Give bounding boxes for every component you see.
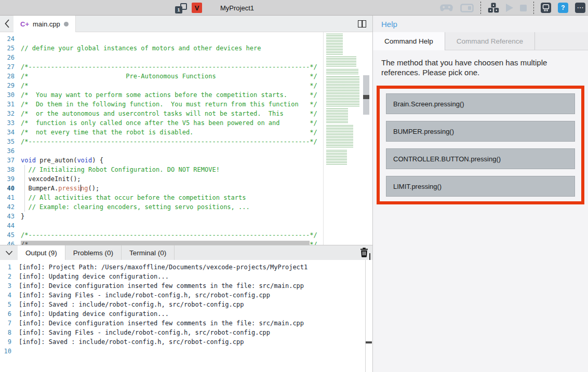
console-line-number: 5 [0, 300, 11, 309]
code-line: 35/*------------------------------------… [0, 137, 317, 146]
split-editor-icon[interactable] [358, 20, 366, 27]
output-tabbar: Output (9)Problems (0)Terminal (0) [0, 245, 372, 260]
stop-icon[interactable] [520, 5, 527, 11]
console-line: 1[info]: Project Path: /Users/maxoffline… [0, 263, 372, 272]
slot-number: 1 [175, 6, 182, 13]
run-icon[interactable] [506, 4, 513, 12]
method-option-button[interactable]: CONTROLLER.BUTTON.pressing() [386, 148, 575, 169]
code-line: 43} [0, 212, 317, 221]
console-scrollbar[interactable] [365, 260, 372, 372]
slot-indicator[interactable]: 1 [175, 3, 187, 14]
cpp-file-icon: C+ [20, 20, 29, 28]
console-line: 5[info]: Saved : include/robot-config.h,… [0, 300, 372, 309]
download-icon[interactable] [488, 3, 499, 13]
vex-logo-icon[interactable]: V [192, 3, 202, 13]
line-number: 25 [0, 44, 15, 53]
tab-command-reference[interactable]: Command Reference [445, 32, 535, 50]
line-number: 34 [0, 128, 15, 137]
code-line: 29/* */ [0, 81, 317, 90]
line-number: 41 [0, 193, 15, 202]
console-line: 7[info]: Device configuration inserted f… [0, 319, 372, 328]
code-line: 31/* Do them in the following function. … [0, 100, 317, 109]
line-number: 35 [0, 137, 15, 146]
line-number: 36 [0, 146, 15, 156]
help-tabs: Command HelpCommand Reference [373, 32, 588, 50]
editor-scrollbar[interactable] [363, 32, 370, 245]
console[interactable]: 1[info]: Project Path: /Users/maxoffline… [0, 260, 372, 372]
modified-dot [64, 22, 69, 26]
code-line: 28/* Pre-Autonomous Functions */ [0, 72, 317, 81]
back-button[interactable] [0, 16, 14, 32]
console-line: 8[info]: Saving Files - include/robot-co… [0, 328, 372, 337]
code-line: 33/* function is only called once after … [0, 118, 317, 128]
console-line-number: 1 [0, 263, 11, 272]
toolbar-separator [533, 2, 534, 14]
console-line-number: 8 [0, 328, 11, 337]
line-number: 45 [0, 230, 15, 240]
line-number: 32 [0, 109, 15, 118]
code-line: 41 // All activities that occur before t… [0, 193, 317, 202]
line-number: 37 [0, 156, 15, 165]
line-number: 40 [0, 184, 15, 193]
feedback-icon[interactable]: ⋯ [575, 3, 585, 13]
panel-tab-terminal[interactable]: Terminal (0) [122, 245, 175, 260]
help-panel-title: Help [373, 16, 588, 32]
minimap[interactable] [325, 32, 360, 167]
help-message: The method that you have choosen has mul… [373, 50, 581, 81]
panel-tab-output[interactable]: Output (9) [18, 245, 65, 260]
method-option-button[interactable]: Brain.Screen.pressing() [386, 93, 575, 114]
console-line-number: 6 [0, 309, 11, 319]
help-icon[interactable]: ? [558, 3, 568, 13]
code-line: 40 BumperA.pressing(); [0, 184, 317, 193]
panel-tab-problems[interactable]: Problems (0) [65, 245, 122, 260]
method-option-button[interactable]: BUMPER.pressing() [386, 121, 575, 142]
line-number: 43 [0, 212, 15, 221]
vexcode-window: 1 V MyProject1 [0, 0, 588, 372]
console-line-number: 9 [0, 337, 11, 347]
titlebar: 1 V MyProject1 [0, 0, 588, 16]
code-line: 44 [0, 221, 317, 230]
console-line: 2[info]: Updating device configuration..… [0, 272, 372, 281]
code-line: 25// define your global instances of mot… [0, 44, 317, 53]
toolbar-separator [480, 2, 481, 14]
controller-icon[interactable] [439, 4, 453, 12]
tab-command-help[interactable]: Command Help [373, 32, 445, 50]
code-line: 39 vexcodeInit(); [0, 174, 317, 184]
line-number: 30 [0, 90, 15, 100]
scroll-position-mark [363, 95, 369, 99]
line-number: 46 [0, 240, 15, 245]
scrollbar-fragment [369, 253, 371, 260]
code-editor[interactable]: 2425// define your global instances of m… [0, 32, 372, 245]
editor-tabbar: C+ main.cpp [0, 16, 372, 32]
collapse-panel-button[interactable] [0, 245, 18, 260]
line-number: 31 [0, 100, 15, 109]
console-line-number: 2 [0, 272, 11, 281]
line-number: 44 [0, 221, 15, 230]
device-info-icon[interactable] [541, 3, 551, 13]
line-number: 26 [0, 53, 15, 62]
editor-column: C+ main.cpp 2425// define your global in… [0, 16, 372, 372]
line-number: 42 [0, 202, 15, 212]
clear-console-button[interactable] [360, 247, 368, 259]
console-line-number: 4 [0, 291, 11, 300]
method-option-button[interactable]: LIMIT.pressing() [386, 176, 575, 197]
brain-icon[interactable] [460, 4, 474, 12]
code-line: 34/* not every time that the robot is di… [0, 128, 317, 137]
console-line: 6[info]: Updating device configuration..… [0, 309, 372, 319]
console-line: 3[info]: Device configuration inserted f… [0, 281, 372, 291]
code-line: 45/*------------------------------------… [0, 230, 317, 240]
line-number: 29 [0, 81, 15, 90]
code-line: 46/* */ [0, 240, 317, 245]
code-line: 37void pre_auton(void) { [0, 156, 317, 165]
code-line: 42 // Example: clearing encoders, settin… [0, 202, 317, 212]
code-line: 38 // Initializing Robot Configuration. … [0, 165, 317, 174]
help-panel: Help Command HelpCommand Reference The m… [372, 16, 588, 372]
file-tab-main-cpp[interactable]: C+ main.cpp [14, 16, 76, 32]
console-scroll-mark [366, 341, 372, 343]
file-tab-label: main.cpp [33, 20, 60, 28]
code-line: 27/*------------------------------------… [0, 62, 317, 72]
code-line: 36 [0, 146, 317, 156]
console-line-number: 10 [0, 347, 11, 356]
line-number: 28 [0, 72, 15, 81]
code-line: 30/* You may want to perform some action… [0, 90, 317, 100]
